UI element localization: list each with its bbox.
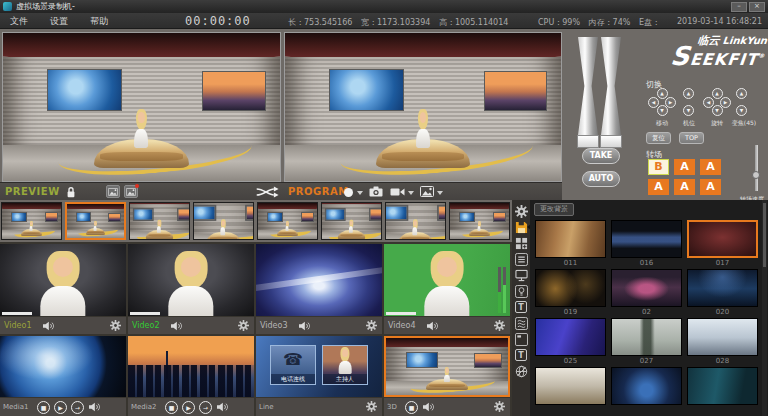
speaker-icon[interactable] — [170, 321, 182, 331]
reset-button[interactable]: 复位 — [646, 132, 671, 144]
take-button[interactable]: TAKE — [582, 148, 620, 164]
stream-dropdown-caret[interactable] — [408, 191, 414, 195]
video2-thumbnail[interactable] — [128, 244, 254, 316]
title-text-icon[interactable] — [514, 300, 528, 314]
frame-icon[interactable] — [514, 332, 528, 346]
transition-a-button[interactable]: A — [674, 159, 695, 175]
arrow-down-button[interactable]: ▼ — [736, 105, 747, 116]
scenes-grid-icon[interactable] — [514, 236, 528, 250]
speaker-icon[interactable] — [42, 321, 54, 331]
arrow-up-button[interactable]: ▲ — [683, 88, 694, 99]
menu-file[interactable]: 文件 — [4, 13, 34, 29]
scene-thumbnail[interactable] — [611, 269, 682, 307]
play-button[interactable]: ▶ — [182, 401, 195, 414]
lighting-icon[interactable] — [514, 284, 528, 298]
arrow-up-button[interactable]: ▲ — [736, 88, 747, 99]
scene-thumbnail[interactable] — [687, 367, 758, 405]
arrow-left-button[interactable]: ◀ — [703, 97, 714, 108]
scene-thumbnail[interactable] — [687, 318, 758, 356]
scene-strip-thumbnail[interactable] — [1, 202, 62, 240]
scene-thumbnail[interactable] — [611, 220, 682, 258]
scene-thumbnail[interactable] — [687, 269, 758, 307]
transition-a-button[interactable]: A — [648, 179, 669, 195]
scene-strip-thumbnail[interactable] — [449, 202, 510, 240]
change-background-button[interactable]: 更改背景 — [534, 203, 574, 216]
subtitle-text-icon[interactable] — [514, 348, 528, 362]
transition-a-button[interactable]: A — [700, 159, 721, 175]
phone-line-option[interactable]: ☎ 电话连线 — [270, 345, 316, 385]
slider-knob[interactable] — [752, 171, 760, 179]
scene-thumbnail[interactable] — [611, 367, 682, 405]
record-icon[interactable] — [344, 188, 353, 197]
scene-thumbnail[interactable] — [535, 367, 606, 405]
arrow-down-button[interactable]: ▼ — [683, 105, 694, 116]
scene-strip-thumbnail[interactable] — [321, 202, 382, 240]
overlay-image-badge-icon[interactable] — [124, 185, 138, 198]
next-button[interactable]: → — [71, 401, 84, 414]
scene-strip-thumbnail-selected[interactable] — [65, 202, 126, 240]
arrow-down-button[interactable]: ▼ — [657, 105, 668, 116]
transition-a-button[interactable]: A — [700, 179, 721, 195]
stop-button[interactable]: ■ — [405, 401, 418, 414]
playlist-icon[interactable] — [514, 252, 528, 266]
video3-thumbnail[interactable] — [256, 244, 382, 316]
network-off-icon[interactable] — [514, 364, 528, 378]
scene-strip-thumbnail[interactable] — [257, 202, 318, 240]
record-dropdown-caret[interactable] — [357, 191, 363, 195]
t-bar-handle[interactable] — [577, 135, 599, 148]
settings-gear-icon[interactable] — [514, 204, 528, 218]
video4-thumbnail[interactable] — [384, 244, 510, 316]
speaker-icon[interactable] — [426, 321, 438, 331]
image-dropdown-caret[interactable] — [437, 191, 443, 195]
arrow-right-button[interactable]: ▶ — [665, 97, 676, 108]
3d-scene-thumbnail[interactable] — [384, 336, 510, 397]
gear-icon[interactable] — [494, 320, 505, 331]
play-button[interactable]: ▶ — [54, 401, 67, 414]
arrow-left-button[interactable]: ◀ — [648, 97, 659, 108]
gear-icon[interactable] — [238, 320, 249, 331]
transition-a-button[interactable]: A — [674, 179, 695, 195]
scene-thumbnail[interactable] — [535, 269, 606, 307]
gear-icon[interactable] — [110, 320, 121, 331]
scene-strip-thumbnail[interactable] — [193, 202, 254, 240]
arrow-down-button[interactable]: ▼ — [712, 105, 723, 116]
stop-button[interactable]: ■ — [165, 401, 178, 414]
minimize-button[interactable]: – — [731, 2, 747, 12]
host-option[interactable]: 主持人 — [322, 345, 368, 385]
scene-thumbnail[interactable] — [611, 318, 682, 356]
speaker-icon[interactable] — [216, 402, 228, 412]
snapshot-camera-icon[interactable] — [369, 186, 383, 197]
save-icon[interactable] — [514, 220, 528, 234]
top-button[interactable]: TOP — [679, 132, 704, 144]
speaker-icon[interactable] — [88, 402, 100, 412]
library-scrollbar[interactable] — [762, 200, 767, 416]
arrow-up-button[interactable]: ▲ — [657, 88, 668, 99]
menu-help[interactable]: 帮助 — [84, 13, 114, 29]
auto-button[interactable]: AUTO — [582, 171, 620, 187]
media2-thumbnail[interactable] — [128, 336, 254, 397]
t-bar-handle[interactable] — [600, 135, 622, 148]
next-button[interactable]: → — [199, 401, 212, 414]
monitor-icon[interactable] — [514, 268, 528, 282]
scene-thumbnail[interactable] — [535, 318, 606, 356]
close-button[interactable]: × — [749, 2, 765, 12]
lock-icon[interactable] — [66, 186, 76, 198]
speaker-icon[interactable] — [298, 321, 310, 331]
stream-camcorder-icon[interactable] — [390, 187, 405, 197]
overlay-image-icon[interactable] — [106, 185, 120, 198]
layers-icon[interactable] — [514, 316, 528, 330]
media1-thumbnail[interactable] — [0, 336, 126, 397]
transition-b-button[interactable]: B — [648, 159, 669, 175]
gear-icon[interactable] — [494, 401, 505, 412]
gear-icon[interactable] — [366, 401, 377, 412]
transition-speed-slider[interactable] — [755, 145, 758, 191]
menu-settings[interactable]: 设置 — [44, 13, 74, 29]
swap-transition-icon[interactable] — [253, 186, 281, 198]
scene-thumbnail-selected[interactable] — [687, 220, 758, 258]
gear-icon[interactable] — [366, 320, 377, 331]
speaker-icon[interactable] — [422, 402, 434, 412]
image-output-icon[interactable] — [420, 186, 434, 197]
video1-thumbnail[interactable] — [0, 244, 126, 316]
scene-strip-thumbnail[interactable] — [129, 202, 190, 240]
arrow-up-button[interactable]: ▲ — [712, 88, 723, 99]
